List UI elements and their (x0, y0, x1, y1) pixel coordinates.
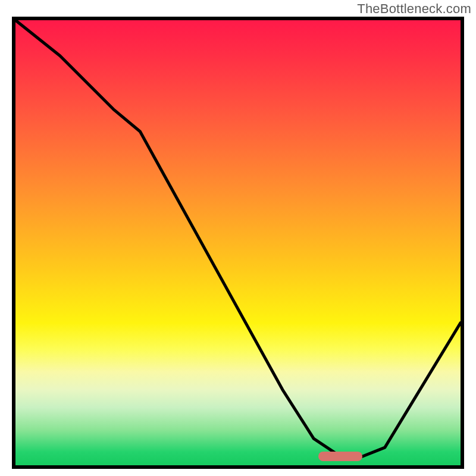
plot-area (12, 17, 464, 469)
chart-stage: TheBottleneck.com (0, 0, 476, 476)
watermark-text: TheBottleneck.com (357, 1, 471, 17)
minimum-marker (318, 452, 363, 461)
bottleneck-curve (15, 20, 461, 465)
